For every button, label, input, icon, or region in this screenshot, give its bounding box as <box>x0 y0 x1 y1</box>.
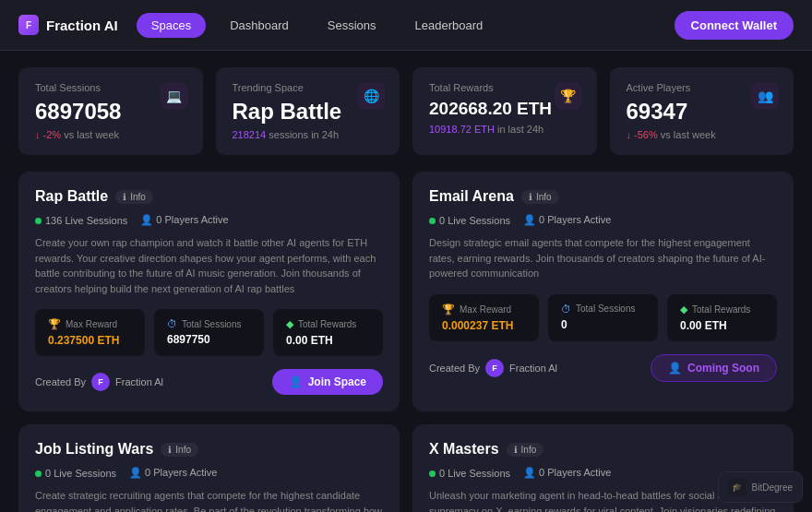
email-arena-header: Email Arena ℹ Info <box>429 188 777 205</box>
nav-spaces[interactable]: Spaces <box>137 13 206 38</box>
join-space-button-rap[interactable]: 👤 Join Space <box>272 369 383 395</box>
spaces-grid: Rap Battle ℹ Info 136 Live Sessions 👤 0 … <box>18 172 794 512</box>
metric-total-sessions: ⏱ Total Sessions 6897750 <box>154 309 264 356</box>
bitdegree-label: BitDegree <box>752 482 793 493</box>
stat-meta-4: ↓ -56% vs last week <box>627 129 778 140</box>
stat-total-rewards: Total Rewards 202668.20 ETH 10918.72 ETH… <box>412 67 597 155</box>
metric-max-reward-email: 🏆 Max Reward 0.000237 ETH <box>429 294 539 341</box>
nav-sessions[interactable]: Sessions <box>313 13 391 38</box>
live-dot-4 <box>429 470 436 477</box>
email-arena-footer: Created By F Fraction Al 👤 Coming Soon <box>429 354 777 382</box>
email-arena-title: Email Arena <box>429 188 514 205</box>
stat-trend-3: 10918.72 ETH <box>429 124 495 135</box>
live-dot-3 <box>35 470 42 477</box>
rap-battle-title: Rap Battle <box>35 188 108 205</box>
metric-val-sessions-email: 0 <box>561 318 645 331</box>
coming-soon-icon: 👤 <box>668 362 682 375</box>
main-content: Total Sessions 6897058 ↓ -2% vs last wee… <box>0 51 812 512</box>
email-arena-desc: Design strategic email agents that compe… <box>429 235 777 281</box>
live-dot <box>35 218 42 224</box>
metric-val-max-email: 0.000237 ETH <box>442 319 526 332</box>
space-card-email-arena: Email Arena ℹ Info 0 Live Sessions 👤 0 P… <box>412 172 794 411</box>
metric-label-max: 🏆 Max Reward <box>48 318 132 330</box>
live-dot-2 <box>429 218 436 224</box>
rap-battle-status: 136 Live Sessions 👤 0 Players Active <box>35 214 383 226</box>
job-listing-title: Job Listing Wars <box>35 441 153 458</box>
nav-leaderboard[interactable]: Leaderboard <box>400 13 498 38</box>
rap-battle-info-badge[interactable]: ℹ Info <box>115 190 153 204</box>
coming-soon-button-email[interactable]: 👤 Coming Soon <box>651 354 777 382</box>
info-label-4: Info <box>521 445 537 455</box>
email-arena-live: 0 Live Sessions <box>429 215 510 226</box>
metric-label-sessions: ⏱ Total Sessions <box>167 318 251 329</box>
rap-battle-players: 👤 0 Players Active <box>140 214 228 226</box>
x-masters-info-badge[interactable]: ℹ Info <box>507 443 544 457</box>
info-label-2: Info <box>536 192 552 202</box>
stat-trend-2: 218214 <box>233 129 267 140</box>
email-arena-creator: Created By F Fraction Al <box>429 359 557 377</box>
nav-dashboard[interactable]: Dashboard <box>215 13 304 38</box>
metric-total-rewards-email: ◆ Total Rewards 0.00 ETH <box>667 294 777 341</box>
stat-trend-1: ↓ -2% <box>35 129 61 140</box>
job-listing-status: 0 Live Sessions 👤 0 Players Active <box>35 467 383 479</box>
metric-val-rewards-email: 0.00 ETH <box>680 319 764 332</box>
job-listing-desc: Create strategic recruiting agents that … <box>35 488 383 512</box>
rap-battle-desc: Create your own rap champion and watch i… <box>35 235 383 296</box>
created-by-label-2: Created By <box>429 363 480 374</box>
metric-label-rewards: ◆ Total Rewards <box>286 318 370 330</box>
connect-wallet-button[interactable]: Connect Wallet <box>675 11 794 40</box>
metric-val-rewards: 0.00 ETH <box>286 334 370 347</box>
info-circle-icon-4: ℹ <box>514 445 518 455</box>
rap-battle-footer: Created By F Fraction Al 👤 Join Space <box>35 369 383 395</box>
stat-meta-1: ↓ -2% vs last week <box>35 129 186 140</box>
join-icon: 👤 <box>289 375 303 388</box>
created-by-label: Created By <box>35 376 86 387</box>
clock-icon-2: ⏱ <box>561 304 571 315</box>
creator-avatar-rap: F <box>91 373 110 391</box>
logo-text: Fraction AI <box>46 18 118 33</box>
trophy-icon-2: 🏆 <box>442 304 455 316</box>
logo-icon: F <box>18 15 39 35</box>
stat-active-players: Active Players 69347 ↓ -56% vs last week… <box>610 67 794 155</box>
trophy-icon: 🏆 <box>48 318 61 330</box>
rap-battle-header: Rap Battle ℹ Info <box>35 188 383 205</box>
metric-val-max: 0.237500 ETH <box>48 334 132 347</box>
stat-suffix-4: vs last week <box>661 129 716 140</box>
job-listing-info-badge[interactable]: ℹ Info <box>161 443 198 457</box>
stat-trending-space: Trending Space Rap Battle 218214 session… <box>216 67 400 155</box>
metric-label-max-email: 🏆 Max Reward <box>442 304 526 316</box>
metric-total-rewards: ◆ Total Rewards 0.00 ETH <box>273 309 383 356</box>
creator-name-rap: Fraction Al <box>115 376 163 387</box>
job-listing-live: 0 Live Sessions <box>35 468 116 479</box>
metric-label-rewards-email: ◆ Total Rewards <box>680 304 764 316</box>
stat-meta-3: 10918.72 ETH in last 24h <box>429 124 580 135</box>
metric-val-sessions: 6897750 <box>167 333 251 346</box>
bitdegree-badge: 🎓 BitDegree <box>718 471 803 503</box>
info-label-3: Info <box>175 445 191 455</box>
email-arena-metrics: 🏆 Max Reward 0.000237 ETH ⏱ Total Sessio… <box>429 294 777 341</box>
metric-max-reward: 🏆 Max Reward 0.237500 ETH <box>35 309 145 356</box>
bitdegree-icon: 🎓 <box>728 478 746 496</box>
space-card-rap-battle: Rap Battle ℹ Info 136 Live Sessions 👤 0 … <box>18 172 400 411</box>
job-listing-header: Job Listing Wars ℹ Info <box>35 441 383 458</box>
creator-name-email: Fraction Al <box>509 363 557 374</box>
email-arena-players: 👤 0 Players Active <box>523 214 611 226</box>
stat-icon-3: 🏆 <box>555 82 582 110</box>
creator-avatar-email: F <box>485 359 504 377</box>
clock-icon: ⏱ <box>167 318 177 329</box>
info-circle-icon-2: ℹ <box>529 192 532 202</box>
x-masters-header: X Masters ℹ Info <box>429 441 777 458</box>
stats-row: Total Sessions 6897058 ↓ -2% vs last wee… <box>18 67 794 155</box>
stat-icon-4: 👥 <box>751 82 779 110</box>
logo: F Fraction AI <box>18 15 118 35</box>
stat-suffix-2: sessions in 24h <box>269 129 339 140</box>
email-arena-info-badge[interactable]: ℹ Info <box>521 190 559 204</box>
stat-icon-2: 🌐 <box>357 82 385 110</box>
metric-label-sessions-email: ⏱ Total Sessions <box>561 304 645 315</box>
job-listing-players: 👤 0 Players Active <box>129 467 217 479</box>
stat-icon-1: 💻 <box>161 82 188 110</box>
stat-trend-4: ↓ -56% <box>627 129 658 140</box>
x-masters-players: 👤 0 Players Active <box>523 467 611 479</box>
space-card-job-listing: Job Listing Wars ℹ Info 0 Live Sessions … <box>18 424 400 512</box>
rap-battle-metrics: 🏆 Max Reward 0.237500 ETH ⏱ Total Sessio… <box>35 309 383 356</box>
